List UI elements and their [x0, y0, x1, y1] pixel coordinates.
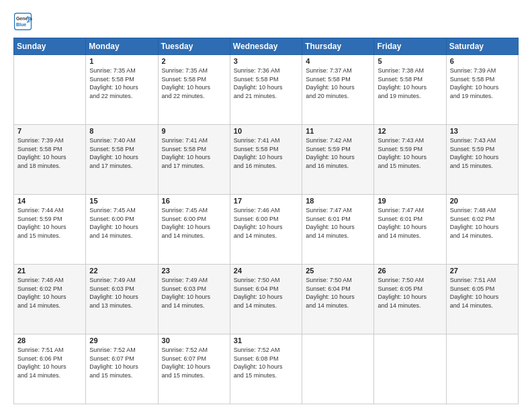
calendar-day-cell: 8Sunrise: 7:40 AM Sunset: 5:58 PM Daylig… [86, 125, 158, 195]
day-number: 7 [17, 127, 82, 135]
calendar-day-cell [14, 55, 86, 125]
day-number: 6 [450, 57, 515, 65]
day-info: Sunrise: 7:48 AM Sunset: 6:02 PM Dayligh… [17, 276, 82, 310]
weekday-header-cell: Sunday [14, 38, 86, 55]
calendar-day-cell: 15Sunrise: 7:45 AM Sunset: 6:00 PM Dayli… [86, 195, 158, 265]
day-number: 2 [162, 57, 226, 65]
day-info: Sunrise: 7:50 AM Sunset: 6:04 PM Dayligh… [234, 276, 298, 310]
day-number: 13 [450, 127, 515, 135]
day-info: Sunrise: 7:35 AM Sunset: 5:58 PM Dayligh… [89, 66, 154, 100]
day-number: 19 [378, 197, 442, 205]
calendar-week-row: 21Sunrise: 7:48 AM Sunset: 6:02 PM Dayli… [14, 265, 519, 334]
svg-rect-0 [15, 13, 32, 30]
calendar-week-row: 14Sunrise: 7:44 AM Sunset: 5:59 PM Dayli… [14, 195, 519, 265]
calendar-day-cell: 29Sunrise: 7:52 AM Sunset: 6:07 PM Dayli… [86, 334, 158, 404]
day-number: 26 [378, 267, 442, 275]
day-number: 1 [89, 57, 154, 65]
calendar-day-cell: 5Sunrise: 7:38 AM Sunset: 5:58 PM Daylig… [374, 55, 446, 125]
day-info: Sunrise: 7:51 AM Sunset: 6:06 PM Dayligh… [17, 346, 82, 379]
weekday-header-cell: Wednesday [230, 38, 302, 55]
calendar-day-cell: 19Sunrise: 7:47 AM Sunset: 6:01 PM Dayli… [374, 195, 446, 265]
svg-text:Blue: Blue [16, 22, 26, 27]
day-number: 16 [162, 197, 226, 205]
day-number: 9 [162, 127, 226, 135]
calendar-day-cell: 31Sunrise: 7:52 AM Sunset: 6:08 PM Dayli… [230, 334, 302, 404]
day-info: Sunrise: 7:43 AM Sunset: 5:59 PM Dayligh… [450, 136, 515, 170]
day-info: Sunrise: 7:49 AM Sunset: 6:03 PM Dayligh… [89, 276, 154, 310]
calendar-day-cell: 9Sunrise: 7:41 AM Sunset: 5:58 PM Daylig… [158, 125, 230, 195]
calendar-day-cell: 11Sunrise: 7:42 AM Sunset: 5:59 PM Dayli… [302, 125, 374, 195]
day-number: 10 [234, 127, 298, 135]
day-number: 15 [89, 197, 154, 205]
day-number: 18 [306, 197, 370, 205]
day-number: 3 [234, 57, 298, 65]
day-info: Sunrise: 7:45 AM Sunset: 6:00 PM Dayligh… [89, 206, 154, 240]
calendar-week-row: 7Sunrise: 7:39 AM Sunset: 5:58 PM Daylig… [14, 125, 519, 195]
day-info: Sunrise: 7:47 AM Sunset: 6:01 PM Dayligh… [378, 206, 442, 240]
day-info: Sunrise: 7:36 AM Sunset: 5:58 PM Dayligh… [234, 66, 298, 100]
day-info: Sunrise: 7:47 AM Sunset: 6:01 PM Dayligh… [306, 206, 370, 240]
weekday-header-cell: Saturday [446, 38, 518, 55]
weekday-header-cell: Friday [374, 38, 446, 55]
day-info: Sunrise: 7:43 AM Sunset: 5:59 PM Dayligh… [378, 136, 442, 170]
day-info: Sunrise: 7:41 AM Sunset: 5:58 PM Dayligh… [162, 136, 226, 170]
calendar-day-cell: 17Sunrise: 7:46 AM Sunset: 6:00 PM Dayli… [230, 195, 302, 265]
calendar-day-cell: 3Sunrise: 7:36 AM Sunset: 5:58 PM Daylig… [230, 55, 302, 125]
day-number: 11 [306, 127, 370, 135]
page: General Blue SundayMondayTuesdayWednesda… [0, 0, 532, 411]
day-info: Sunrise: 7:39 AM Sunset: 5:58 PM Dayligh… [17, 136, 82, 170]
calendar-table: SundayMondayTuesdayWednesdayThursdayFrid… [13, 38, 519, 404]
calendar-day-cell: 24Sunrise: 7:50 AM Sunset: 6:04 PM Dayli… [230, 265, 302, 334]
calendar-day-cell [374, 334, 446, 404]
calendar-day-cell: 13Sunrise: 7:43 AM Sunset: 5:59 PM Dayli… [446, 125, 518, 195]
day-info: Sunrise: 7:50 AM Sunset: 6:05 PM Dayligh… [378, 276, 442, 310]
day-info: Sunrise: 7:44 AM Sunset: 5:59 PM Dayligh… [17, 206, 82, 240]
day-info: Sunrise: 7:42 AM Sunset: 5:59 PM Dayligh… [306, 136, 370, 170]
day-info: Sunrise: 7:37 AM Sunset: 5:58 PM Dayligh… [306, 66, 370, 100]
day-number: 30 [162, 336, 226, 345]
calendar-day-cell: 7Sunrise: 7:39 AM Sunset: 5:58 PM Daylig… [14, 125, 86, 195]
day-number: 20 [450, 197, 515, 205]
day-number: 5 [378, 57, 442, 65]
day-info: Sunrise: 7:46 AM Sunset: 6:00 PM Dayligh… [234, 206, 298, 240]
day-number: 23 [162, 267, 226, 275]
day-info: Sunrise: 7:51 AM Sunset: 6:05 PM Dayligh… [450, 276, 515, 310]
logo-icon: General Blue [13, 12, 32, 31]
day-info: Sunrise: 7:39 AM Sunset: 5:58 PM Dayligh… [450, 66, 515, 100]
calendar-day-cell [302, 334, 374, 404]
calendar-day-cell: 20Sunrise: 7:48 AM Sunset: 6:02 PM Dayli… [446, 195, 518, 265]
calendar-week-row: 28Sunrise: 7:51 AM Sunset: 6:06 PM Dayli… [14, 334, 519, 404]
calendar-day-cell: 25Sunrise: 7:50 AM Sunset: 6:04 PM Dayli… [302, 265, 374, 334]
calendar-day-cell: 23Sunrise: 7:49 AM Sunset: 6:03 PM Dayli… [158, 265, 230, 334]
day-number: 8 [89, 127, 154, 135]
header: General Blue [13, 12, 519, 31]
day-info: Sunrise: 7:50 AM Sunset: 6:04 PM Dayligh… [306, 276, 370, 310]
day-info: Sunrise: 7:41 AM Sunset: 5:58 PM Dayligh… [234, 136, 298, 170]
calendar-day-cell: 18Sunrise: 7:47 AM Sunset: 6:01 PM Dayli… [302, 195, 374, 265]
day-number: 24 [234, 267, 298, 275]
day-info: Sunrise: 7:52 AM Sunset: 6:07 PM Dayligh… [162, 346, 226, 379]
day-info: Sunrise: 7:52 AM Sunset: 6:07 PM Dayligh… [89, 346, 154, 379]
calendar-day-cell: 2Sunrise: 7:35 AM Sunset: 5:58 PM Daylig… [158, 55, 230, 125]
day-number: 17 [234, 197, 298, 205]
day-info: Sunrise: 7:48 AM Sunset: 6:02 PM Dayligh… [450, 206, 515, 240]
day-number: 21 [17, 267, 82, 275]
day-number: 14 [17, 197, 82, 205]
calendar-day-cell: 4Sunrise: 7:37 AM Sunset: 5:58 PM Daylig… [302, 55, 374, 125]
calendar-day-cell: 10Sunrise: 7:41 AM Sunset: 5:58 PM Dayli… [230, 125, 302, 195]
calendar-day-cell: 28Sunrise: 7:51 AM Sunset: 6:06 PM Dayli… [14, 334, 86, 404]
day-info: Sunrise: 7:35 AM Sunset: 5:58 PM Dayligh… [162, 66, 226, 100]
calendar-day-cell: 12Sunrise: 7:43 AM Sunset: 5:59 PM Dayli… [374, 125, 446, 195]
weekday-header-cell: Tuesday [158, 38, 230, 55]
calendar-week-row: 1Sunrise: 7:35 AM Sunset: 5:58 PM Daylig… [14, 55, 519, 125]
day-number: 12 [378, 127, 442, 135]
calendar-day-cell: 22Sunrise: 7:49 AM Sunset: 6:03 PM Dayli… [86, 265, 158, 334]
day-info: Sunrise: 7:40 AM Sunset: 5:58 PM Dayligh… [89, 136, 154, 170]
day-number: 29 [89, 336, 154, 345]
day-number: 28 [17, 336, 82, 345]
day-info: Sunrise: 7:38 AM Sunset: 5:58 PM Dayligh… [378, 66, 442, 100]
day-number: 31 [234, 336, 298, 345]
weekday-header-cell: Monday [86, 38, 158, 55]
day-info: Sunrise: 7:49 AM Sunset: 6:03 PM Dayligh… [162, 276, 226, 310]
day-number: 27 [450, 267, 515, 275]
